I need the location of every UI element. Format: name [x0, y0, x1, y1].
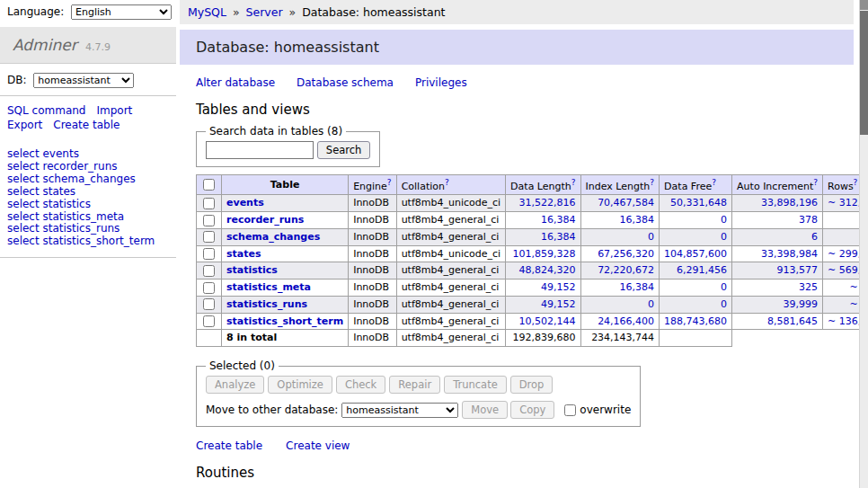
breadcrumb-link-mysql[interactable]: MySQL	[188, 5, 226, 19]
vertical-scrollbar[interactable]	[859, 0, 868, 488]
data-free-link[interactable]: 6,291,456	[664, 264, 727, 277]
index-length-link[interactable]: 0	[586, 298, 655, 311]
search-input[interactable]	[206, 141, 314, 159]
table-row: statistics InnoDB utf8mb4_general_ci 48,…	[197, 262, 868, 279]
app-name[interactable]: Adminer	[13, 36, 77, 54]
totals-collation: utf8mb4_general_ci	[396, 330, 505, 347]
data-free-link[interactable]: 0	[664, 281, 727, 294]
copy-button[interactable]: Copy	[510, 401, 554, 419]
search-button[interactable]: Search	[317, 141, 371, 159]
selected-action-button[interactable]: Drop	[510, 376, 554, 394]
sidebar-action-link[interactable]: Export	[7, 119, 42, 131]
language-select[interactable]: English	[71, 4, 172, 20]
auto-increment-link[interactable]: 913,577	[737, 264, 818, 277]
row-checkbox[interactable]	[203, 282, 215, 294]
row-checkbox[interactable]	[203, 215, 215, 226]
table-name-cell: statistics_short_term	[222, 313, 349, 330]
sidebar-table-link[interactable]: select statistics_short_term	[7, 235, 169, 247]
auto-increment-link[interactable]: 8,581,645	[737, 315, 818, 328]
data-length-link[interactable]: 101,859,328	[510, 248, 575, 261]
index-length-link[interactable]: 16,384	[586, 214, 655, 226]
data-free-link[interactable]: 104,857,600	[664, 248, 727, 261]
auto-increment-link[interactable]: 6	[737, 231, 818, 244]
selected-action-button[interactable]: Check	[336, 376, 385, 394]
scrollbar-thumb[interactable]	[860, 11, 868, 135]
overwrite-checkbox[interactable]	[564, 404, 576, 416]
data-length-link[interactable]: 49,152	[510, 281, 575, 294]
data-length-link[interactable]: 10,502,144	[510, 315, 575, 328]
db-select[interactable]: homeassistant	[33, 73, 134, 88]
data-free-cell: 6,291,456	[660, 262, 732, 279]
table-name-link[interactable]: states	[226, 248, 261, 260]
column-help-link[interactable]: ?	[854, 178, 858, 187]
table-name-link[interactable]: statistics_runs	[226, 298, 307, 310]
sidebar-table-link[interactable]: select statistics	[7, 199, 169, 210]
move-button[interactable]: Move	[462, 401, 508, 419]
sidebar-table-link[interactable]: select schema_changes	[7, 173, 169, 185]
table-name-link[interactable]: statistics_short_term	[226, 315, 343, 327]
sidebar-table-link[interactable]: select events	[7, 148, 169, 160]
table-name-link[interactable]: statistics_meta	[226, 281, 311, 293]
column-help-link[interactable]: ?	[571, 178, 576, 187]
table-name-link[interactable]: events	[226, 197, 264, 209]
row-checkbox[interactable]	[203, 248, 215, 260]
auto-increment-link[interactable]: 33,398,984	[737, 248, 818, 261]
selected-action-button[interactable]: Optimize	[268, 376, 332, 394]
data-free-link[interactable]: 0	[664, 231, 727, 244]
data-length-link[interactable]: 48,824,320	[510, 264, 575, 277]
auto-increment-link[interactable]: 39,999	[737, 298, 818, 311]
auto-increment-link[interactable]: 378	[737, 214, 818, 226]
row-checkbox[interactable]	[203, 198, 215, 209]
data-free-link[interactable]: 0	[664, 298, 727, 311]
index-length-link[interactable]: 24,166,400	[586, 315, 655, 328]
sidebar-action-link[interactable]: Import	[96, 104, 132, 117]
data-free-link[interactable]: 50,331,648	[664, 197, 727, 209]
row-checkbox[interactable]	[203, 265, 215, 277]
auto-increment-link[interactable]: 33,898,196	[737, 197, 818, 209]
table-name-link[interactable]: schema_changes	[226, 231, 320, 243]
sidebar-action-link[interactable]: Create table	[53, 119, 120, 131]
create-link[interactable]: Create view	[286, 439, 350, 452]
sidebar-table-link[interactable]: select states	[7, 186, 169, 198]
data-length-link[interactable]: 31,522,816	[510, 197, 575, 209]
row-checkbox[interactable]	[203, 315, 215, 327]
breadcrumb-link-server[interactable]: Server	[246, 5, 283, 19]
selected-action-button[interactable]: Repair	[389, 376, 440, 394]
data-free-link[interactable]: 188,743,680	[664, 315, 727, 328]
sidebar-table-link[interactable]: select statistics_meta	[7, 211, 169, 223]
collation-cell: utf8mb4_general_ci	[396, 228, 505, 245]
db-nav-link[interactable]: Alter database	[196, 76, 275, 89]
data-free-link[interactable]: 0	[664, 214, 727, 226]
move-db-select[interactable]: homeassistant	[341, 403, 458, 418]
table-name-link[interactable]: statistics	[226, 264, 278, 276]
selected-action-button[interactable]: Analyze	[206, 376, 264, 394]
db-nav-link[interactable]: Privileges	[415, 76, 467, 89]
table-name-link[interactable]: recorder_runs	[226, 214, 304, 226]
column-header-label: Data Free	[664, 181, 712, 192]
index-length-link[interactable]: 72,220,672	[586, 264, 655, 277]
column-help-link[interactable]: ?	[712, 178, 716, 187]
data-length-link[interactable]: 49,152	[510, 298, 575, 311]
column-help-link[interactable]: ?	[650, 178, 654, 187]
data-length-link[interactable]: 16,384	[510, 231, 575, 244]
overwrite-label: overwrite	[580, 404, 631, 416]
index-length-link[interactable]: 16,384	[586, 281, 655, 294]
row-checkbox[interactable]	[203, 231, 215, 243]
sidebar-table-link[interactable]: select statistics_runs	[7, 223, 169, 235]
create-link[interactable]: Create table	[196, 439, 262, 452]
index-length-link[interactable]: 67,256,320	[586, 248, 655, 261]
select-all-checkbox[interactable]	[203, 179, 215, 191]
scroll-up-arrow-icon[interactable]	[860, 0, 868, 10]
column-help-link[interactable]: ?	[445, 178, 449, 187]
column-help-link[interactable]: ?	[813, 178, 818, 187]
db-nav-link[interactable]: Database schema	[297, 76, 394, 89]
column-help-link[interactable]: ?	[387, 178, 392, 187]
row-checkbox[interactable]	[203, 298, 215, 310]
index-length-link[interactable]: 0	[586, 231, 655, 244]
selected-action-button[interactable]: Truncate	[444, 376, 507, 394]
sidebar-table-link[interactable]: select recorder_runs	[7, 161, 169, 173]
data-length-link[interactable]: 16,384	[510, 214, 575, 226]
auto-increment-link[interactable]: 325	[737, 281, 818, 294]
sidebar-action-link[interactable]: SQL command	[7, 104, 85, 117]
index-length-link[interactable]: 70,467,584	[586, 197, 655, 209]
